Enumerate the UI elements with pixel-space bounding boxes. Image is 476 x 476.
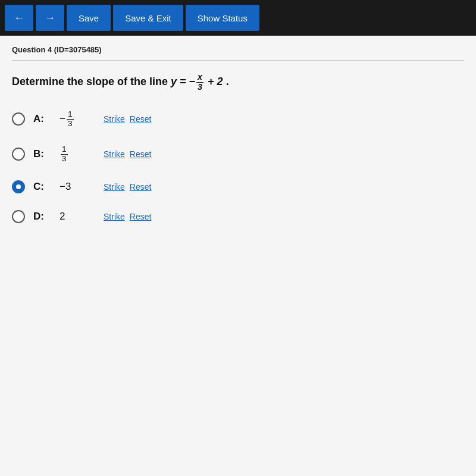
save-button[interactable]: Save	[67, 5, 111, 31]
top-bar: ← → Save Save & Exit Show Status	[0, 0, 476, 36]
option-actions-b: Strike Reset	[104, 149, 151, 159]
label-a: A:	[33, 113, 51, 125]
strike-c-button[interactable]: Strike	[104, 182, 125, 192]
question-text-before: Determine the slope of the line	[12, 76, 171, 87]
value-d: 2	[60, 211, 95, 223]
reset-d-button[interactable]: Reset	[130, 212, 152, 221]
question-id: Question 4 (ID=3075485)	[12, 45, 464, 61]
radio-b[interactable]	[12, 148, 25, 161]
reset-b-button[interactable]: Reset	[130, 149, 152, 159]
value-a: −13	[60, 110, 95, 129]
reset-a-button[interactable]: Reset	[130, 114, 152, 124]
option-actions-d: Strike Reset	[104, 212, 151, 221]
value-b: 13	[60, 145, 95, 164]
forward-button[interactable]: →	[36, 5, 64, 31]
answer-option-a: A: −13 Strike Reset	[12, 110, 464, 129]
reset-c-button[interactable]: Reset	[130, 182, 152, 192]
value-c: −3	[60, 181, 95, 193]
content-area: Question 4 (ID=3075485) Determine the sl…	[0, 36, 476, 476]
label-d: D:	[33, 211, 51, 223]
question-equation: y = −x3 + 2	[171, 76, 223, 87]
show-status-button[interactable]: Show Status	[186, 5, 259, 31]
strike-a-button[interactable]: Strike	[104, 114, 125, 124]
label-c: C:	[33, 181, 51, 193]
save-exit-button[interactable]: Save & Exit	[113, 5, 183, 31]
strike-d-button[interactable]: Strike	[104, 212, 125, 221]
option-actions-c: Strike Reset	[104, 182, 151, 192]
radio-d[interactable]	[12, 210, 25, 223]
back-button[interactable]: ←	[5, 5, 33, 31]
answer-option-d: D: 2 Strike Reset	[12, 210, 464, 223]
answer-option-c: C: −3 Strike Reset	[12, 180, 464, 193]
question-text: Determine the slope of the line y = −x3 …	[12, 73, 464, 92]
answer-option-b: B: 13 Strike Reset	[12, 145, 464, 164]
label-b: B:	[33, 148, 51, 160]
strike-b-button[interactable]: Strike	[104, 149, 125, 159]
option-actions-a: Strike Reset	[104, 114, 151, 124]
radio-a[interactable]	[12, 112, 25, 126]
radio-c[interactable]	[12, 180, 25, 193]
